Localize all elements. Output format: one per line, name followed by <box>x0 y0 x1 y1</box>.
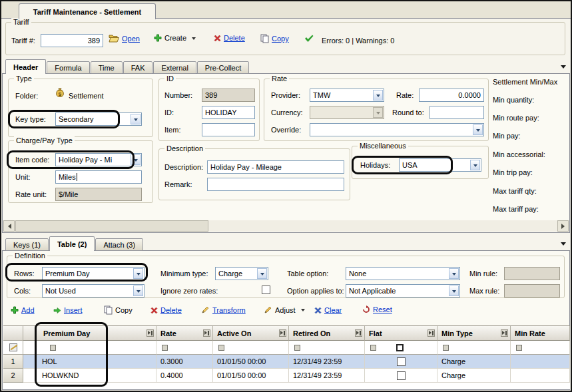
row-number-cell[interactable]: 2 <box>3 369 23 383</box>
filter-cell-active-on[interactable] <box>213 341 289 355</box>
reset-button[interactable]: Reset <box>362 305 392 313</box>
filter-cell-min-type[interactable] <box>437 341 511 355</box>
flat-checkbox[interactable] <box>397 357 406 366</box>
table-tab-overflow-button[interactable] <box>559 240 569 249</box>
tab-fak[interactable]: FAK <box>123 61 153 74</box>
cell-flat[interactable] <box>365 355 437 369</box>
clear-button[interactable]: Clear <box>314 306 342 314</box>
key-type-combo-arrow-icon[interactable] <box>131 114 141 124</box>
copy-rows-button[interactable]: Copy <box>104 305 133 315</box>
filter-box-icon[interactable] <box>218 345 224 351</box>
scrollbar-thumb[interactable] <box>15 220 208 232</box>
round-to-input[interactable] <box>429 106 484 119</box>
flat-filter-checkbox[interactable] <box>396 344 404 351</box>
filter-cell-rate[interactable] <box>156 341 213 355</box>
tab-keys[interactable]: Keys (1) <box>5 238 49 251</box>
holidays-combo-arrow-icon[interactable] <box>470 160 480 170</box>
column-header-retired-on[interactable]: Retired On <box>289 326 365 341</box>
cell-min-type[interactable]: Charge <box>437 355 511 369</box>
cell-min-type[interactable]: Charge <box>437 369 511 383</box>
filter-box-icon[interactable] <box>443 345 449 351</box>
flat-checkbox[interactable] <box>397 371 406 380</box>
cell-active-on[interactable]: 01/01/50 00:00 <box>213 369 289 383</box>
column-header-active-on[interactable]: Active On <box>213 326 289 341</box>
remark-input[interactable] <box>207 178 344 191</box>
tab-table[interactable]: Table (2) <box>49 236 95 251</box>
holidays-combo[interactable]: USA <box>399 158 481 172</box>
column-pin-icon[interactable] <box>279 329 286 337</box>
document-tab[interactable]: Tariff Maintenance - Settlement <box>19 3 156 19</box>
cols-combo[interactable]: Not Used <box>42 284 144 297</box>
create-button[interactable]: Create <box>154 34 196 42</box>
cell-rate[interactable]: 0.4000 <box>156 369 213 383</box>
filter-box-icon[interactable] <box>162 345 168 351</box>
column-header-flat[interactable]: Flat <box>365 326 437 341</box>
column-header-min-rate[interactable]: Min Rate <box>511 326 570 341</box>
tab-time[interactable]: Time <box>91 61 123 74</box>
filter-box-icon[interactable] <box>370 345 376 351</box>
open-button[interactable]: Open <box>109 34 140 43</box>
override-combo[interactable] <box>310 123 484 136</box>
item-code-combo-arrow-icon[interactable] <box>131 154 141 165</box>
provider-combo-arrow-icon[interactable] <box>373 90 383 100</box>
tab-pre-collect[interactable]: Pre-Collect <box>197 61 249 74</box>
column-pin-icon[interactable] <box>355 329 362 337</box>
filter-box-icon[interactable] <box>294 345 300 351</box>
filter-cell-premium-day[interactable] <box>23 341 156 355</box>
rows-combo[interactable]: Premium Day <box>42 267 144 280</box>
adjust-button[interactable]: Adjust <box>264 305 305 314</box>
provider-combo[interactable]: TMW <box>310 89 384 102</box>
filter-box-icon[interactable] <box>516 345 522 351</box>
delete-row-button[interactable]: Delete <box>150 306 182 314</box>
item-code-combo[interactable]: Holiday Pay - Mi <box>55 153 142 166</box>
grid-corner-header[interactable] <box>3 326 23 341</box>
rate-input[interactable]: 0.0000 <box>419 89 484 102</box>
column-header-premium-day[interactable]: Premium Day <box>23 326 156 341</box>
column-pin-icon[interactable] <box>428 329 435 337</box>
cell-rate[interactable]: 0.3000 <box>156 355 213 369</box>
item-input[interactable] <box>202 123 255 136</box>
filter-cell-min-rate[interactable] <box>511 341 570 355</box>
add-button[interactable]: Add <box>11 306 35 314</box>
column-pin-icon[interactable] <box>203 329 210 337</box>
tab-header[interactable]: Header <box>5 59 46 74</box>
ignore-zero-rates-checkbox[interactable] <box>262 286 270 294</box>
copy-button[interactable]: Copy <box>260 34 289 43</box>
tab-formula[interactable]: Formula <box>47 61 89 74</box>
cell-active-on[interactable]: 01/01/50 00:00 <box>213 355 289 369</box>
option-applies-to-combo[interactable]: Not Applicable <box>346 284 460 297</box>
table-option-combo-arrow-icon[interactable] <box>449 268 459 279</box>
minimum-type-combo[interactable]: Charge <box>215 267 268 280</box>
cell-min-rate[interactable] <box>511 355 570 369</box>
grid-row-1[interactable]: 1 HOL 0.3000 01/01/50 00:00 12/31/49 23:… <box>3 355 570 369</box>
scroll-right-button[interactable] <box>557 220 569 232</box>
scroll-left-button[interactable] <box>3 220 15 232</box>
column-header-rate[interactable]: Rate <box>156 326 213 341</box>
key-type-combo[interactable]: Secondary <box>55 112 142 126</box>
filter-edit-cell[interactable] <box>3 341 23 355</box>
minimum-type-combo-arrow-icon[interactable] <box>257 268 267 279</box>
filter-cell-retired-on[interactable] <box>289 341 365 355</box>
description-input[interactable]: Holiday Pay - Mileage <box>207 160 344 174</box>
column-pin-icon[interactable] <box>146 329 154 337</box>
table-option-combo[interactable]: None <box>346 267 460 280</box>
option-applies-to-combo-arrow-icon[interactable] <box>449 286 459 296</box>
horizontal-scrollbar[interactable] <box>3 220 569 232</box>
id-input[interactable]: HOLIDAY <box>202 106 255 119</box>
column-pin-icon[interactable] <box>501 329 508 337</box>
insert-button[interactable]: Insert <box>53 306 83 314</box>
filter-box-icon[interactable] <box>50 345 56 351</box>
row-number-cell[interactable]: 1 <box>3 355 23 369</box>
column-header-min-type[interactable]: Min Type <box>437 326 511 341</box>
header-tab-overflow-button[interactable] <box>559 63 569 72</box>
cell-flat[interactable] <box>365 369 437 383</box>
cell-premium-day[interactable]: HOLWKND <box>23 369 156 383</box>
unit-input[interactable]: Miles <box>55 170 142 184</box>
cell-premium-day[interactable]: HOL <box>23 355 156 369</box>
cell-retired-on[interactable]: 12/31/49 23:59 <box>289 369 365 383</box>
scrollbar-track[interactable] <box>15 220 557 232</box>
override-combo-arrow-icon[interactable] <box>473 124 483 135</box>
tariff-number-input[interactable]: 389 <box>41 34 103 47</box>
cols-combo-arrow-icon[interactable] <box>133 286 143 296</box>
cell-min-rate[interactable] <box>511 369 570 383</box>
